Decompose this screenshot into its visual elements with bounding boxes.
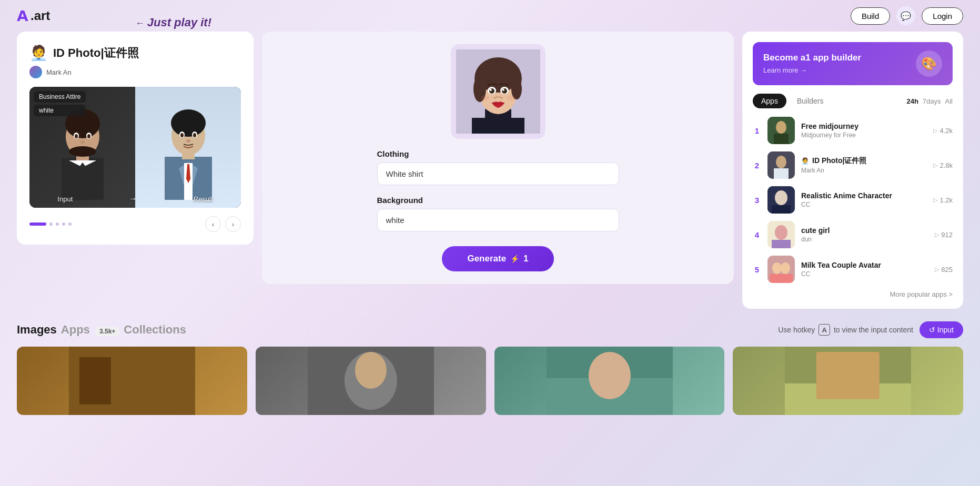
image-card-4[interactable] xyxy=(733,347,963,415)
svg-point-6 xyxy=(75,134,78,138)
app-name-5: Milk Tea Couple Avatar xyxy=(801,261,881,269)
svg-point-41 xyxy=(776,121,786,134)
clothing-input[interactable] xyxy=(377,163,619,185)
filter-24h[interactable]: 24h xyxy=(906,97,918,105)
svg-rect-55 xyxy=(770,274,793,283)
nav-arrows: ‹ › xyxy=(205,216,241,232)
app-thumb-4 xyxy=(767,221,795,248)
overlay-labels: Business Attire white xyxy=(34,91,86,116)
overlay-label-2: white xyxy=(34,105,86,116)
background-section: Background xyxy=(377,196,619,231)
app-thumb-2 xyxy=(767,151,795,179)
background-label: Background xyxy=(377,196,619,205)
svg-point-50 xyxy=(775,225,787,240)
app-stats-3: ▷ 1.2k xyxy=(933,196,953,204)
right-panel: Become a1 app builder Learn more → 🎨 App… xyxy=(742,32,963,309)
bottom-right-actions: Use hotkey A to view the input content ↺… xyxy=(778,321,963,338)
middle-panel: Clothing Background Generate ⚡ 1 xyxy=(262,32,734,284)
app-rank-3: 3 xyxy=(753,196,761,205)
svg-rect-42 xyxy=(774,134,789,144)
play-icon-1: ▷ xyxy=(933,127,937,134)
generate-cost: 1 xyxy=(523,254,528,264)
clothing-label: Clothing xyxy=(377,149,619,158)
prev-arrow-button[interactable]: ‹ xyxy=(205,216,221,232)
app-author-3: CC xyxy=(801,201,927,208)
time-filters: 24h 7days All xyxy=(906,97,953,105)
app-info-5: Milk Tea Couple Avatar CC xyxy=(801,261,928,278)
left-panel: ← Just play it! 🧑‍💼 ID Photo|证件照 Mark An xyxy=(17,32,254,245)
list-item[interactable]: 4 cute girl dun ▷ 912 xyxy=(753,221,953,248)
background-input[interactable] xyxy=(377,209,619,231)
svg-point-33 xyxy=(502,88,507,94)
just-play-label: ← Just play it! xyxy=(135,16,211,29)
list-item[interactable]: 2 🧑‍💼 ID Photo|证件照 Mark An ▷ 2.8k xyxy=(753,151,953,179)
tab-apps-button[interactable]: Apps xyxy=(753,94,786,108)
demo-img-right xyxy=(135,87,241,208)
image-card-2[interactable] xyxy=(256,347,486,415)
demo-arrow: → xyxy=(129,194,137,204)
filter-7days[interactable]: 7days xyxy=(923,97,941,105)
app-rank-2: 2 xyxy=(753,161,761,170)
list-item[interactable]: 5 Milk Tea Couple Avatar CC ▷ 825 xyxy=(753,256,953,283)
tab-collections[interactable]: Collections xyxy=(124,323,186,337)
app-name-2: ID Photo|证件照 xyxy=(812,156,866,166)
main-content: ← Just play it! 🧑‍💼 ID Photo|证件照 Mark An xyxy=(0,32,980,321)
dot-2 xyxy=(49,222,53,226)
app-plays-2: 2.8k xyxy=(939,161,953,169)
dot-5 xyxy=(68,222,72,226)
bell-icon: 💬 xyxy=(901,11,911,21)
header-right: Build 💬 Login xyxy=(851,6,963,25)
svg-point-35 xyxy=(502,89,504,91)
build-button[interactable]: Build xyxy=(851,7,890,25)
woman-portrait xyxy=(456,49,540,134)
svg-rect-0 xyxy=(62,158,104,200)
svg-point-47 xyxy=(775,190,787,205)
app-name-1: Free midjourney xyxy=(801,122,858,130)
app-list: 1 Free midjourney Midjourney for Free ▷ … xyxy=(753,117,953,283)
promo-link[interactable]: Learn more → xyxy=(763,66,807,74)
login-button[interactable]: Login xyxy=(922,7,963,25)
tab-builders-button[interactable]: Builders xyxy=(789,94,832,108)
image-card-3[interactable] xyxy=(494,347,725,415)
promo-banner[interactable]: Become a1 app builder Learn more → 🎨 xyxy=(753,42,953,85)
list-item[interactable]: 1 Free midjourney Midjourney for Free ▷ … xyxy=(753,117,953,144)
app-name-row-2: 🧑‍💼 ID Photo|证件照 xyxy=(801,156,927,166)
dot-3 xyxy=(56,222,59,226)
image-card-1[interactable] xyxy=(17,347,247,415)
app-name-row-4: cute girl xyxy=(801,226,928,235)
overlay-label-1: Business Attire xyxy=(34,91,86,103)
more-apps-link[interactable]: More popular apps > xyxy=(753,290,953,298)
svg-rect-48 xyxy=(772,205,791,214)
svg-point-54 xyxy=(781,262,790,274)
just-play-text: Just play it! xyxy=(147,16,211,29)
promo-text: Become a1 app builder Learn more → xyxy=(763,53,861,75)
logo[interactable]: 𝗔 .art xyxy=(17,7,50,25)
bottom-tabs-row: Images Apps 3.5k+ Collections Use hotkey… xyxy=(17,321,963,338)
dot-4 xyxy=(62,222,65,226)
next-arrow-button[interactable]: › xyxy=(225,216,241,232)
tab-images[interactable]: Images xyxy=(17,323,57,337)
input-button[interactable]: ↺ Input xyxy=(920,321,963,338)
svg-point-39 xyxy=(507,95,516,100)
bottom-tabs-left: Images Apps 3.5k+ Collections xyxy=(17,323,186,337)
app-author-row: Mark An xyxy=(29,66,241,78)
tab-apps[interactable]: Apps 3.5k+ xyxy=(61,323,120,337)
app-thumb-1 xyxy=(767,117,795,144)
app-stats-2: ▷ 2.8k xyxy=(933,161,953,169)
lightning-icon: ⚡ xyxy=(510,255,519,263)
notification-button[interactable]: 💬 xyxy=(896,6,915,25)
app-name-3: Realistic Anime Character xyxy=(801,191,892,200)
svg-point-64 xyxy=(588,352,630,399)
app-mini-icon-2: 🧑‍💼 xyxy=(801,157,809,165)
hotkey-hint: Use hotkey A to view the input content xyxy=(778,324,913,336)
list-item[interactable]: 3 Realistic Anime Character CC ▷ 1.2k xyxy=(753,186,953,214)
app-info-1: Free midjourney Midjourney for Free xyxy=(801,122,927,139)
filter-all[interactable]: All xyxy=(945,97,953,105)
play-icon-2: ▷ xyxy=(933,162,937,169)
generate-button[interactable]: Generate ⚡ 1 xyxy=(442,246,553,271)
app-plays-1: 4.2k xyxy=(939,127,953,135)
demo-label-result: Result xyxy=(194,195,213,203)
hotkey-suffix: to view the input content xyxy=(834,326,913,334)
promo-title: Become a1 app builder xyxy=(763,53,861,63)
svg-rect-67 xyxy=(816,352,880,399)
